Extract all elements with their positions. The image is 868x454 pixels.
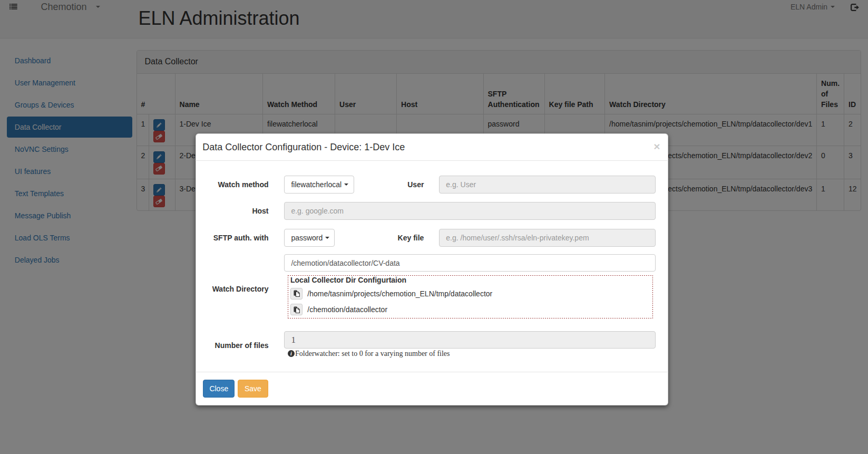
svg-text:i: i [290, 351, 292, 356]
